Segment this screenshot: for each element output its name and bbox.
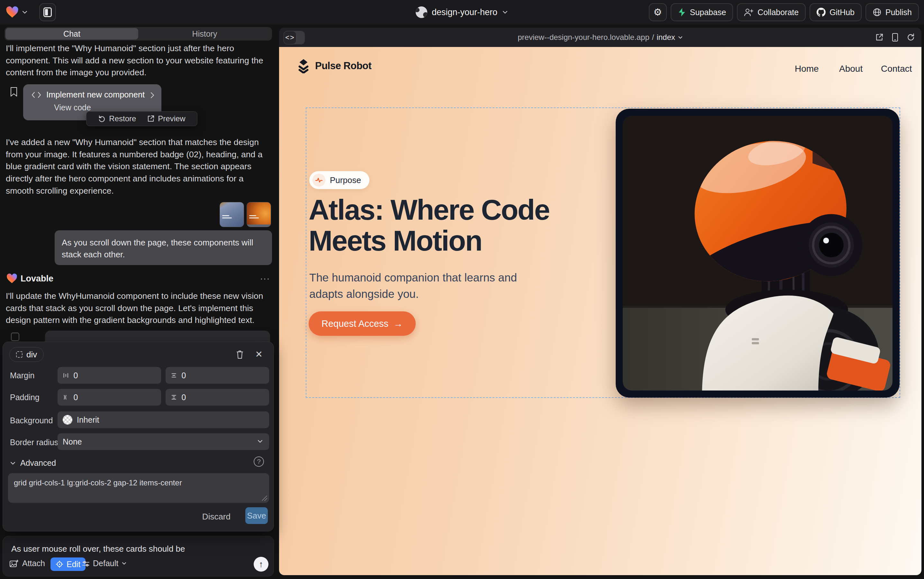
save-button[interactable]: Save xyxy=(245,507,268,524)
collaborate-button[interactable]: Collaborate xyxy=(737,3,806,21)
margin-horizontal-icon xyxy=(63,372,69,379)
github-button[interactable]: GitHub xyxy=(810,3,862,21)
preview-pane: <> preview--design-your-hero.lovable.app… xyxy=(279,28,921,575)
hero-heading: Atlas: Where Code Meets Motion xyxy=(309,194,643,256)
request-access-button[interactable]: Request Access → xyxy=(309,311,416,336)
sidebar-icon xyxy=(43,7,52,17)
sidebar-toggle-button[interactable] xyxy=(39,3,56,21)
close-inspector-button[interactable]: ✕ xyxy=(255,349,263,360)
project-name: design-your-hero xyxy=(432,7,497,17)
topbar: design-your-hero ⚙ Supabase Collaborate xyxy=(0,0,924,25)
discard-button[interactable]: Discard xyxy=(202,512,230,522)
composer-input[interactable]: As user mouse roll over, these cards sho… xyxy=(11,544,185,554)
url-chevron-down-icon xyxy=(678,36,683,39)
pulse-icon xyxy=(315,177,323,183)
hidden-card-icon xyxy=(11,333,19,341)
padding-label: Padding xyxy=(10,393,39,402)
component-card-title: Implement new component xyxy=(46,90,145,100)
tab-history[interactable]: History xyxy=(138,28,271,39)
textarea-resize-handle[interactable] xyxy=(262,496,267,501)
padding-x-input[interactable] xyxy=(57,389,161,406)
model-selector-button[interactable]: Default xyxy=(82,559,127,568)
supabase-icon xyxy=(678,8,686,17)
tab-chat[interactable]: Chat xyxy=(5,28,138,39)
lovable-logo-icon[interactable] xyxy=(6,6,19,18)
logo-chevron-down-icon[interactable] xyxy=(22,10,28,14)
gear-icon: ⚙ xyxy=(653,7,662,17)
assistant-message-1: I'll implement the "Why Humanoid" sectio… xyxy=(6,43,268,79)
settings-button[interactable]: ⚙ xyxy=(649,3,667,21)
element-outline-icon xyxy=(16,351,23,358)
attachment-thumbnail-orange[interactable] xyxy=(247,202,271,227)
chat-history-tabs: Chat History xyxy=(5,27,272,41)
selected-element-tag[interactable]: div xyxy=(9,347,44,362)
collaborate-icon xyxy=(744,8,754,16)
chat-composer: As user mouse roll over, these cards sho… xyxy=(3,536,274,576)
margin-x-input[interactable] xyxy=(57,367,161,384)
background-label: Background xyxy=(10,416,53,425)
mode-chevron-down-icon xyxy=(121,562,127,565)
send-button[interactable]: ↑ xyxy=(254,557,268,572)
external-link-icon xyxy=(147,115,155,123)
target-icon xyxy=(56,560,63,568)
attach-image-icon xyxy=(9,559,18,568)
project-chevron-down-icon xyxy=(502,10,508,15)
app-window: design-your-hero ⚙ Supabase Collaborate xyxy=(0,0,924,579)
assistant-header-row: Lovable ... xyxy=(7,273,272,286)
message-menu-button[interactable]: ... xyxy=(260,271,270,282)
preview-url[interactable]: preview--design-your-hero.lovable.app / … xyxy=(518,28,683,47)
purpose-badge[interactable]: Purpose xyxy=(309,171,369,189)
open-in-new-tab-button[interactable] xyxy=(875,33,883,41)
edit-mode-button[interactable]: Edit xyxy=(51,558,85,571)
classes-textarea[interactable]: grid grid-cols-1 lg:grid-cols-2 gap-12 i… xyxy=(8,473,269,503)
padding-y-input[interactable] xyxy=(166,389,269,406)
delete-element-button[interactable] xyxy=(236,350,244,361)
attach-button[interactable]: Attach xyxy=(9,559,45,568)
bookmark-icon[interactable] xyxy=(10,87,18,98)
supabase-button[interactable]: Supabase xyxy=(671,3,733,21)
refresh-icon xyxy=(907,33,915,41)
publish-button[interactable]: Publish xyxy=(865,3,919,21)
margin-y-input[interactable] xyxy=(166,367,269,384)
user-quote-text: As you scroll down the page, these compo… xyxy=(62,237,264,260)
github-icon xyxy=(816,8,826,17)
project-globe-icon xyxy=(416,7,427,18)
transparency-swatch-icon xyxy=(63,415,72,425)
lovable-heart-icon xyxy=(7,273,17,284)
view-code-link[interactable]: View code xyxy=(54,103,91,112)
element-inspector-panel: div ✕ Margin Padding Background Inherit xyxy=(3,342,274,532)
robot-hero-image xyxy=(623,116,893,391)
sliders-icon xyxy=(82,560,90,567)
project-switcher[interactable]: design-your-hero xyxy=(416,0,508,25)
preview-header: <> preview--design-your-hero.lovable.app… xyxy=(279,28,921,47)
hero-subtitle: The humanoid companion that learns and a… xyxy=(309,270,528,303)
assistant-message-3: I'll update the WhyHumanoid component to… xyxy=(6,290,270,327)
margin-label: Margin xyxy=(10,371,34,380)
code-icon xyxy=(31,92,41,98)
advanced-chevron-icon xyxy=(10,461,16,465)
margin-vertical-icon xyxy=(171,372,177,379)
code-preview-toggle[interactable]: <> xyxy=(284,31,305,44)
user-quote-bubble: As you scroll down the page, these compo… xyxy=(55,230,272,265)
mobile-view-button[interactable] xyxy=(892,33,898,42)
chevron-right-icon xyxy=(150,92,155,99)
assistant-message-2: I've added a new "Why Humanoid" section … xyxy=(6,136,270,197)
padding-horizontal-icon xyxy=(63,394,69,401)
arrow-right-icon: → xyxy=(393,319,403,329)
restore-button[interactable]: Restore xyxy=(98,114,136,123)
background-input[interactable]: Inherit xyxy=(57,411,269,428)
code-toggle-icon: <> xyxy=(284,31,296,44)
publish-globe-icon xyxy=(873,8,882,17)
advanced-section-toggle[interactable]: Advanced xyxy=(10,458,56,468)
hero-section: Purpose Atlas: Where Code Meets Motion T… xyxy=(279,47,921,575)
select-chevron-down-icon xyxy=(257,439,263,443)
border-radius-label: Border radius xyxy=(10,438,58,447)
border-radius-select[interactable]: None xyxy=(57,433,269,450)
robot-hero-card xyxy=(615,109,900,397)
assistant-name: Lovable xyxy=(21,274,53,284)
preview-button[interactable]: Preview xyxy=(147,114,185,123)
advanced-help-button[interactable]: ? xyxy=(254,456,264,467)
refresh-button[interactable] xyxy=(907,33,915,41)
padding-vertical-icon xyxy=(171,394,177,401)
attachment-thumbnail-blue[interactable] xyxy=(220,202,244,227)
